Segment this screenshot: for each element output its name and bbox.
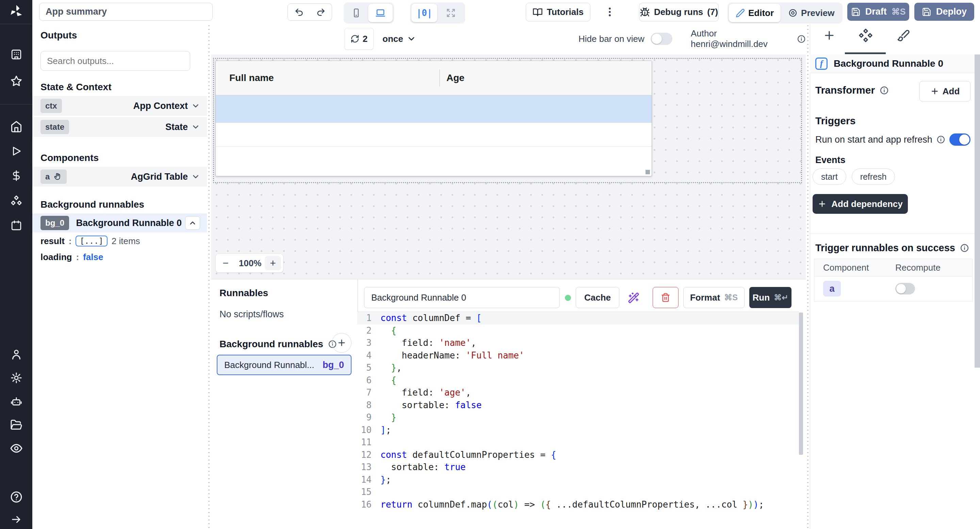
info-icon[interactable]: [960, 244, 969, 253]
code-line[interactable]: 11: [357, 436, 799, 449]
code-line[interactable]: 5 },: [357, 362, 799, 374]
add-dependency-button[interactable]: Add dependency: [813, 194, 908, 214]
undo-button[interactable]: [288, 3, 310, 21]
state-context-heading: State & Context: [40, 82, 111, 92]
output-row-state[interactable]: state State: [32, 117, 207, 137]
right-panel-scrollbar[interactable]: [975, 54, 980, 368]
panel-resize-handle-right[interactable]: [806, 24, 810, 529]
code-line[interactable]: 14};: [357, 473, 799, 486]
desktop-view-button[interactable]: [368, 4, 393, 22]
add-background-runnable-button[interactable]: [332, 333, 352, 353]
output-row-ctx[interactable]: ctx App Context: [32, 96, 207, 116]
debug-runs-button[interactable]: Debug runs (7): [639, 3, 719, 21]
resources-boxes-icon[interactable]: [0, 192, 32, 210]
aggrid-table-component[interactable]: Full name Age: [215, 61, 652, 176]
tutorials-button[interactable]: Tutorials: [526, 3, 590, 21]
app-summary-input[interactable]: [39, 3, 213, 21]
redo-button[interactable]: [310, 3, 332, 21]
windmill-app-editor: |0| Tutorials Debug runs (7) Editor Prev…: [0, 0, 980, 529]
table-header-cell[interactable]: Age: [447, 61, 465, 95]
home-icon[interactable]: [0, 118, 32, 135]
run-button[interactable]: Run ⌘↵: [749, 287, 791, 308]
code-line[interactable]: 1const columnDef = [: [357, 312, 799, 324]
panel-resize-handle-left[interactable]: [207, 24, 211, 529]
code-line[interactable]: 13 sortable: true: [357, 461, 799, 473]
favorites-star-icon[interactable]: [0, 72, 32, 90]
code-line[interactable]: 6 {: [357, 374, 799, 387]
ai-assist-button[interactable]: [628, 292, 640, 304]
help-icon[interactable]: [0, 488, 32, 506]
code-line[interactable]: 15: [357, 486, 799, 498]
audit-eye-icon[interactable]: [0, 440, 32, 457]
chevron-down-icon[interactable]: [191, 123, 200, 131]
active-tab-underline: [845, 53, 886, 54]
preview-tab[interactable]: Preview: [781, 4, 841, 22]
code-line[interactable]: 12const defaultColumnProperties = {: [357, 449, 799, 461]
table-row[interactable]: [216, 123, 652, 147]
delete-runnable-button[interactable]: [653, 287, 679, 308]
undo-icon: [294, 8, 304, 17]
mobile-view-button[interactable]: [345, 4, 368, 22]
component-a-label: AgGrid Table: [130, 172, 188, 182]
add-transformer-button[interactable]: Add: [920, 81, 970, 102]
refresh-runnables-button[interactable]: 2: [344, 28, 374, 50]
background-runnable-list-item[interactable]: Background Runnabl... bg_0: [217, 355, 352, 375]
deploy-button[interactable]: Deploy: [914, 3, 974, 21]
search-outputs-input[interactable]: [40, 51, 190, 71]
settings-tab-selected[interactable]: [858, 28, 873, 43]
refresh-mode-dropdown[interactable]: once: [382, 28, 416, 50]
zoom-out-button[interactable]: −: [216, 257, 235, 269]
code-line[interactable]: 4 headerName: 'Full name': [357, 349, 799, 362]
insert-component-tab[interactable]: [823, 29, 836, 42]
column-separator[interactable]: [439, 69, 440, 86]
code-line[interactable]: 3 field: 'name',: [357, 337, 799, 349]
styling-tab[interactable]: [897, 29, 910, 42]
output-row-component-a[interactable]: a AgGrid Table: [32, 167, 207, 186]
cache-button[interactable]: Cache: [576, 287, 619, 308]
info-icon[interactable]: [937, 135, 945, 144]
code-editor-scrollbar[interactable]: [799, 312, 803, 455]
output-row-bg0[interactable]: bg_0 Background Runnable 0: [32, 214, 207, 233]
code-line[interactable]: 9 }: [357, 411, 799, 424]
code-line[interactable]: 8 sortable: false: [357, 399, 799, 411]
editor-tab[interactable]: Editor: [729, 4, 781, 22]
code-line[interactable]: 16return columnDef.map((col) => ({ ...de…: [357, 498, 799, 511]
apps-icon[interactable]: [0, 46, 32, 63]
run-on-start-toggle[interactable]: [950, 134, 970, 146]
settings-gear-icon[interactable]: [0, 369, 32, 387]
runs-play-icon[interactable]: [0, 142, 32, 160]
table-resize-handle[interactable]: [646, 170, 650, 174]
info-icon[interactable]: [797, 34, 806, 43]
variables-dollar-icon[interactable]: [0, 167, 32, 185]
centered-layout-button[interactable]: |0|: [411, 4, 437, 22]
format-button[interactable]: Format ⌘S: [683, 287, 745, 308]
fullwidth-layout-button[interactable]: [438, 4, 464, 22]
info-icon[interactable]: [880, 86, 889, 95]
chevron-down-icon[interactable]: [191, 102, 200, 110]
user-icon[interactable]: [0, 346, 32, 363]
table-header-cell[interactable]: Full name: [229, 61, 274, 95]
code-line[interactable]: 2 {: [357, 324, 799, 337]
recompute-toggle[interactable]: [895, 283, 915, 295]
draft-button[interactable]: Draft ⌘S: [847, 3, 909, 21]
result-value: 2 items: [111, 236, 140, 247]
code-line[interactable]: 10];: [357, 424, 799, 437]
code-editor[interactable]: 1const columnDef = [2 {3 field: 'name',4…: [357, 311, 799, 529]
windmill-logo-icon[interactable]: [0, 3, 32, 21]
hide-bar-toggle[interactable]: [651, 33, 672, 45]
code-line[interactable]: 7 field: 'age',: [357, 386, 799, 399]
more-menu-button[interactable]: [604, 6, 616, 18]
background-runnables-heading: Background runnables: [40, 199, 144, 210]
expand-sidebar-arrow-icon[interactable]: [0, 511, 32, 528]
zoom-in-button[interactable]: +: [265, 256, 281, 270]
runnable-name-input[interactable]: [364, 287, 560, 308]
folders-icon[interactable]: [0, 416, 32, 434]
chevron-down-icon[interactable]: [191, 172, 200, 181]
state-badge: state: [40, 120, 69, 134]
component-a-chip[interactable]: a: [823, 281, 841, 296]
result-expand-chip[interactable]: [...]: [76, 236, 107, 247]
collapse-output-button[interactable]: [185, 216, 200, 230]
workers-robot-icon[interactable]: [0, 392, 32, 410]
table-row-selected[interactable]: [216, 95, 652, 123]
schedules-calendar-icon[interactable]: [0, 217, 32, 234]
